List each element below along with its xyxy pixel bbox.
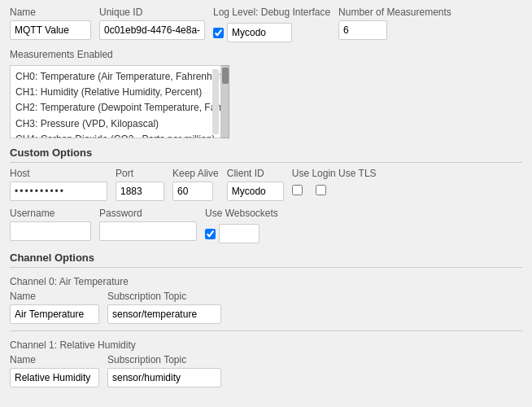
- top-form-row: Name Unique ID Log Level: Debug Interfac…: [10, 7, 522, 42]
- port-group: Port: [116, 168, 164, 201]
- page-container: Name Unique ID Log Level: Debug Interfac…: [0, 0, 532, 400]
- measurement-item: CH3: Pressure (VPD, Kilopascal): [15, 116, 216, 132]
- name-group: Name: [10, 7, 91, 40]
- measurements-label: Measurements Enabled: [10, 49, 522, 60]
- use-websockets-checkbox[interactable]: [205, 229, 216, 239]
- channel-0-name-group: Name: [10, 291, 99, 324]
- log-level-checkbox[interactable]: [213, 28, 224, 38]
- custom-options-row2: Username Password Use Websockets: [10, 208, 522, 243]
- custom-options-section-label: Custom Options: [10, 147, 522, 163]
- unique-id-label: Unique ID: [99, 7, 205, 18]
- channel-1-name-group: Name: [10, 354, 99, 387]
- channel-1-name-input[interactable]: [10, 368, 99, 387]
- measurement-item: CH0: Temperature (Air Temperature, Fahre…: [15, 69, 216, 85]
- client-id-label: Client ID: [227, 168, 284, 179]
- channel-options-section-label: Channel Options: [10, 252, 522, 268]
- client-id-input[interactable]: [227, 182, 284, 201]
- keepalive-group: Keep Alive: [172, 168, 219, 201]
- unique-id-input[interactable]: [99, 20, 205, 40]
- log-level-label: Log Level: Debug Interface: [213, 7, 330, 18]
- username-group: Username: [10, 208, 91, 241]
- scrollbar[interactable]: [221, 65, 229, 138]
- username-label: Username: [10, 208, 91, 219]
- channel-1-topic-group: Subscription Topic: [107, 354, 221, 387]
- name-input[interactable]: [10, 20, 91, 40]
- measurement-item: CH2: Temperature (Dewpoint Temperature, …: [15, 100, 216, 116]
- channel-0-name-label: Name: [10, 291, 99, 302]
- channel-1-section: Channel 1: Relative Humidity Name Subscr…: [10, 339, 522, 387]
- channel-0-row: Name Subscription Topic: [10, 291, 522, 324]
- use-login-tls-label: Use Login Use TLS: [292, 168, 377, 179]
- channel-0-section: Channel 0: Air Temperature Name Subscrip…: [10, 276, 522, 324]
- client-id-group: Client ID: [227, 168, 284, 201]
- channel-0-name-input[interactable]: [10, 304, 99, 324]
- channel-divider: [10, 330, 522, 331]
- log-level-group: Log Level: Debug Interface: [213, 7, 330, 42]
- channel-1-name-label: Name: [10, 354, 99, 365]
- use-login-checkbox[interactable]: [292, 185, 303, 195]
- measurement-item: CH1: Humidity (Relative Humidity, Percen…: [15, 85, 216, 100]
- host-input[interactable]: [10, 182, 107, 201]
- channel-0-title: Channel 0: Air Temperature: [10, 276, 522, 287]
- channel-0-topic-label: Subscription Topic: [107, 291, 221, 302]
- use-tls-checkbox[interactable]: [316, 185, 326, 195]
- port-label: Port: [116, 168, 164, 179]
- channel-1-title: Channel 1: Relative Humidity: [10, 339, 522, 351]
- unique-id-group: Unique ID: [99, 7, 205, 40]
- log-interface-input[interactable]: [227, 23, 292, 42]
- keepalive-input[interactable]: [172, 182, 213, 201]
- port-input[interactable]: [116, 182, 164, 201]
- use-websockets-label: Use Websockets: [205, 208, 278, 219]
- channel-1-topic-input[interactable]: [107, 368, 221, 387]
- use-login-tls-group: Use Login Use TLS: [292, 168, 377, 195]
- websockets-input[interactable]: [219, 224, 259, 243]
- keepalive-label: Keep Alive: [172, 168, 219, 179]
- measurements-listbox[interactable]: CH0: Temperature (Air Temperature, Fahre…: [10, 65, 221, 138]
- channel-0-topic-input[interactable]: [107, 304, 221, 324]
- host-group: Host: [10, 168, 107, 201]
- password-input[interactable]: [99, 221, 197, 241]
- channel-0-topic-group: Subscription Topic: [107, 291, 221, 324]
- num-measurements-input[interactable]: [338, 20, 387, 40]
- host-label: Host: [10, 168, 107, 179]
- username-input[interactable]: [10, 221, 91, 241]
- num-measurements-label: Number of Measurements: [338, 7, 451, 18]
- password-group: Password: [99, 208, 197, 241]
- measurement-item: CH4: Carbon Dioxide (CO2 , Parts per mil…: [15, 132, 216, 138]
- num-measurements-group: Number of Measurements: [338, 7, 451, 40]
- channel-1-row: Name Subscription Topic: [10, 354, 522, 387]
- password-label: Password: [99, 208, 197, 219]
- custom-options-row1: Host Port Keep Alive Client ID Use Login…: [10, 168, 522, 201]
- channel-1-topic-label: Subscription Topic: [107, 354, 221, 365]
- use-websockets-group: Use Websockets: [205, 208, 278, 243]
- name-label: Name: [10, 7, 91, 18]
- measurements-group: Measurements Enabled CH0: Temperature (A…: [10, 49, 522, 138]
